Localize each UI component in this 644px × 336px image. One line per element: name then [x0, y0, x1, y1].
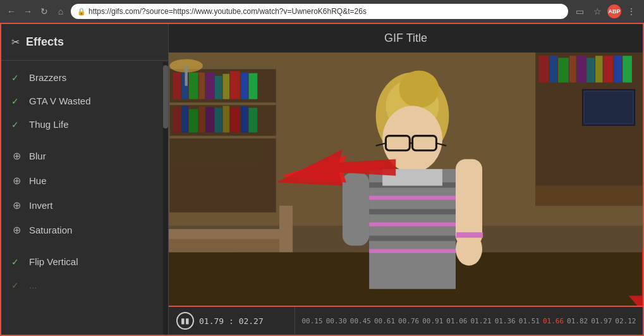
sidebar-item-blur[interactable]: ⊕ Blur [1, 144, 168, 168]
pause-button[interactable]: ▮▮ [176, 312, 194, 330]
svg-rect-24 [249, 108, 258, 132]
sidebar-item-invert[interactable]: ⊕ Invert [1, 193, 168, 218]
cast-button[interactable]: ▭ [572, 4, 587, 19]
sidebar-item-flip-vertical[interactable]: ✓ Flip Vertical [1, 250, 168, 273]
reload-button[interactable]: ↻ [38, 5, 51, 18]
sidebar-item-gta-v-wasted[interactable]: ✓ GTA V Wasted [1, 89, 168, 113]
url-text: https://gifs.com/?source=https://www.you… [88, 7, 367, 16]
timeline-tick[interactable]: 00.61 [372, 317, 396, 325]
svg-rect-13 [249, 73, 258, 99]
timeline-tick[interactable]: 01.51 [517, 317, 541, 325]
svg-rect-38 [614, 56, 622, 82]
check-icon: ✓ [11, 280, 21, 290]
current-time: 01.79 : 02.27 [199, 316, 264, 326]
timeline-tick[interactable]: 01.97 [590, 317, 614, 325]
check-icon: ✓ [11, 96, 21, 106]
sidebar-item-partial[interactable]: ✓ ... [1, 273, 168, 297]
address-bar[interactable]: 🔒 https://gifs.com/?source=https://www.y… [71, 4, 568, 19]
svg-rect-15 [173, 107, 181, 132]
timeline-tick[interactable]: 01.66 [541, 317, 565, 325]
sidebar-divider [1, 136, 168, 144]
timeline-tick[interactable]: 00.76 [397, 317, 421, 325]
svg-rect-18 [199, 106, 205, 132]
timeline-tick[interactable]: 01.06 [445, 317, 469, 325]
timeline-tick[interactable]: 00.45 [348, 317, 372, 325]
sidebar-item-thug-life[interactable]: ✓ Thug Life [1, 113, 168, 136]
effects-icon: ✂ [11, 36, 20, 48]
svg-rect-32 [558, 58, 569, 82]
sidebar-scrollbar[interactable] [163, 62, 168, 335]
svg-rect-28 [185, 66, 188, 86]
svg-rect-30 [539, 56, 549, 82]
svg-rect-9 [215, 76, 222, 99]
menu-button[interactable]: ⋮ [624, 4, 639, 19]
svg-rect-19 [205, 107, 214, 132]
svg-rect-17 [189, 109, 198, 132]
abp-button[interactable]: ABP [607, 4, 621, 18]
sidebar-item-brazzers[interactable]: ✓ Brazzers [1, 66, 168, 89]
sidebar-item-saturation[interactable]: ⊕ Saturation [1, 218, 168, 242]
svg-rect-31 [549, 56, 557, 82]
svg-rect-11 [230, 71, 240, 99]
time-separator: : [229, 316, 239, 326]
svg-rect-42 [585, 92, 633, 123]
svg-rect-62 [369, 196, 456, 199]
timeline-ticks[interactable]: 00.1500.3000.4500.6100.7600.9101.0601.21… [295, 317, 643, 325]
timeline-tick[interactable]: 01.21 [469, 317, 493, 325]
timeline-tick[interactable]: 00.91 [421, 317, 445, 325]
gif-frame [169, 53, 643, 306]
svg-rect-71 [343, 172, 369, 246]
svg-rect-22 [230, 107, 240, 132]
svg-rect-6 [189, 73, 198, 99]
timeline-tick[interactable]: 01.82 [566, 317, 590, 325]
sidebar-item-label: Thug Life [29, 119, 69, 130]
svg-rect-36 [595, 56, 603, 82]
back-button[interactable]: ← [5, 5, 18, 18]
svg-rect-66 [369, 249, 456, 253]
sidebar-scrollbar-thumb [163, 65, 168, 128]
sidebar-item-label: Hue [29, 175, 47, 186]
svg-rect-33 [569, 56, 576, 82]
sidebar-title: Effects [26, 35, 64, 49]
svg-rect-12 [241, 73, 248, 99]
svg-rect-20 [215, 108, 222, 132]
svg-rect-10 [223, 74, 230, 99]
main-area: ✂ Effects ✓ Brazzers ✓ GTA V Wasted ✓ Th… [0, 23, 644, 336]
plus-icon: ⊕ [11, 150, 21, 162]
video-frame [169, 53, 643, 306]
timeline-bar: ▮▮ 01.79 : 02.27 00.1500.3000.4500.6100.… [169, 306, 643, 335]
check-icon: ✓ [11, 257, 21, 267]
home-button[interactable]: ⌂ [54, 5, 67, 18]
svg-rect-35 [586, 58, 595, 82]
browser-actions: ▭ ☆ ABP ⋮ [572, 4, 639, 19]
playback-controls: ▮▮ 01.79 : 02.27 [169, 307, 295, 335]
svg-rect-8 [205, 73, 214, 99]
gif-title-bar: GIF Title [169, 24, 643, 53]
time-current: 01.79 [199, 316, 224, 326]
timeline-tick[interactable]: 02.12 [614, 317, 638, 325]
sidebar-divider-2 [1, 242, 168, 250]
timeline-tick[interactable]: 00.30 [324, 317, 348, 325]
svg-rect-34 [577, 56, 586, 82]
svg-rect-65 [369, 235, 456, 240]
sidebar-item-hue[interactable]: ⊕ Hue [1, 168, 168, 193]
svg-point-53 [399, 70, 439, 108]
timeline-tick[interactable]: 00.15 [300, 317, 324, 325]
sidebar-item-label: GTA V Wasted [29, 96, 91, 106]
svg-rect-70 [456, 232, 483, 237]
bookmark-button[interactable]: ☆ [590, 4, 605, 19]
svg-rect-26 [173, 140, 260, 164]
timeline-tick[interactable]: 01.36 [493, 317, 517, 325]
sidebar-item-label: Saturation [29, 225, 72, 235]
sidebar-item-label: Invert [29, 200, 53, 211]
plus-icon: ⊕ [11, 224, 21, 236]
svg-rect-39 [623, 56, 632, 82]
svg-rect-63 [369, 209, 456, 214]
forward-button[interactable]: → [21, 5, 34, 18]
check-icon: ✓ [11, 120, 21, 130]
sidebar: ✂ Effects ✓ Brazzers ✓ GTA V Wasted ✓ Th… [1, 24, 169, 335]
svg-rect-37 [604, 56, 614, 82]
time-total: 02.27 [239, 316, 264, 326]
sidebar-items: ✓ Brazzers ✓ GTA V Wasted ✓ Thug Life ⊕ … [1, 61, 168, 335]
plus-icon: ⊕ [11, 175, 21, 187]
